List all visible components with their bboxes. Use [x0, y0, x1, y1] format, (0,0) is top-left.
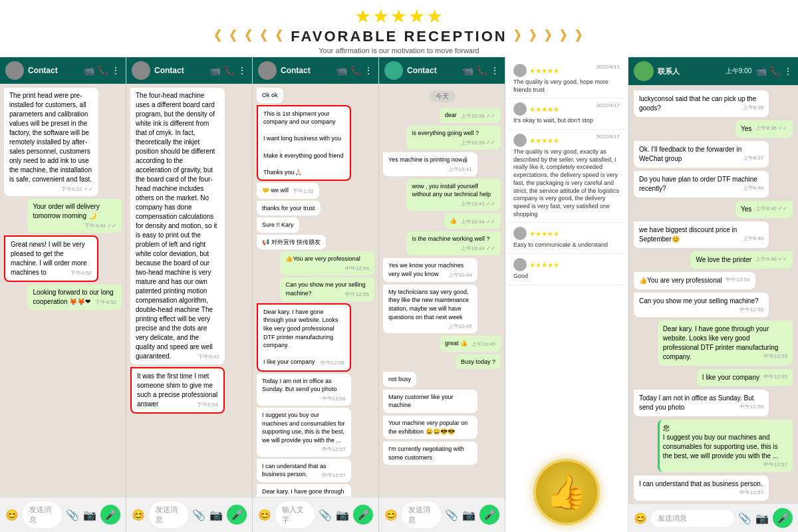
main-title: FAVORABLE RECEPTION [291, 28, 507, 45]
left-arrows: 《《《《《 [207, 27, 284, 45]
middle-chat: Contact 📹 📞 ⋮ 今天 dear上午10:39 ✓✓ is every… [379, 57, 505, 532]
reviewer-avatar-2 [513, 134, 527, 147]
review-text-1: It's okay to wait, but don't stop [513, 117, 620, 125]
mid-msg-13: Your machine very popular on the exhibit… [383, 416, 477, 439]
main-content: Contact 📹 📞 ⋮ The print head were pre-in… [0, 57, 798, 532]
rmsg-9: Can you show me your selling machine?中午1… [634, 293, 769, 317]
review-date-2: 2022/4/17 [596, 134, 620, 140]
rmsg-2: Yes上午8:36 ✓✓ [735, 120, 793, 138]
mic-button-2[interactable]: 🎤 [227, 505, 247, 525]
camera-icon[interactable]: 📷 [83, 509, 96, 521]
chat2-messages: The four-head machine uses a different b… [126, 84, 252, 497]
right-header-icons: 📹 📞 ⋮ [755, 66, 793, 76]
review-item-4: ★★★★★ Good [508, 254, 625, 285]
favorable-title: 《《《《《 FAVORABLE RECEPTION 》》》》》 [0, 27, 798, 45]
mid-msg-6: is the machine working well ?上午10:44 ✓✓ [406, 231, 501, 255]
right-messages: luckyconsol said that he can pick up the… [628, 85, 798, 503]
review-stars-2: ★★★★★ [529, 137, 559, 144]
msg-3-8: Can you show me your selling machine? 中午… [280, 277, 374, 301]
chat3-header: Contact 📹 📞 ⋮ [253, 57, 378, 84]
emoji-icon[interactable]: 😊 [5, 509, 19, 521]
mid-input-bar: 😊 发送消息 📎 📷 🎤 [379, 497, 505, 532]
chat3-input[interactable]: 输入文字 [275, 501, 315, 528]
emoji-icon-2[interactable]: 😊 [132, 509, 145, 521]
attach-icon-3[interactable]: 📎 [319, 509, 332, 521]
rmsg-12: Today I am not in office as Sunday. But … [634, 390, 769, 416]
right-panel: 联系人 上午9:00 📹 📞 ⋮ luckyconsol said that h… [628, 57, 798, 532]
msg-3-9: Dear kary. I have gone through your webs… [257, 303, 351, 372]
review-stars-0: ★★★★★ [529, 67, 559, 74]
middle-messages: 今天 dear上午10:39 ✓✓ is everything going we… [379, 84, 505, 497]
attach-icon-right[interactable]: 📎 [738, 512, 751, 525]
chat1-name: Contact [28, 66, 79, 75]
rmsg-5: Yes上午8:40 ✓✓ [735, 201, 793, 218]
review-stars-1: ★★★★★ [529, 106, 559, 114]
right-input[interactable]: 发送消息 [651, 510, 734, 527]
attach-icon-2[interactable]: 📎 [192, 509, 205, 521]
mid-input[interactable]: 发送消息 [402, 501, 441, 528]
mid-msg-8: My technicians say very good, they like … [383, 285, 477, 334]
msg-1-2: Your order will delivery tomorrow mornin… [27, 199, 122, 233]
avatar-1 [5, 61, 24, 80]
msg-3-5: Sure !! Kary [257, 217, 299, 233]
mid-msg-1: dear上午10:39 ✓✓ [440, 108, 501, 123]
msg-3-10: Today I am not in office as Sunday. But … [257, 374, 351, 406]
mid-msg-3: Yes machine is printing now🖨上午10:41 [383, 152, 477, 176]
rmsg-11: I like your company中午12:55 [697, 369, 793, 386]
mid-msg-5: 👍上午10:44 ✓✓ [444, 213, 501, 229]
review-item-0: ★★★★★ 2022/4/11 The quality is very good… [508, 60, 625, 98]
mic-button-3[interactable]: 🎤 [353, 505, 373, 525]
chat1-input-bar: 😊 发送消息 📎 📷 🎤 [0, 497, 126, 532]
mic-button-right[interactable]: 🎤 [773, 508, 793, 528]
reviewer-avatar-3 [513, 227, 527, 240]
msg-3-3: 🤝 we will 下午1:52 [257, 183, 319, 198]
msg-3-7: 👍You are very professional 中午12:54 [280, 251, 374, 275]
camera-icon-mid[interactable]: 📷 [462, 509, 475, 521]
right-header: 联系人 上午9:00 📹 📞 ⋮ [628, 57, 798, 85]
reviewer-avatar-4 [513, 258, 527, 271]
emoji-icon-mid[interactable]: 😊 [384, 509, 398, 521]
reviews-list: ★★★★★ 2022/4/11 The quality is very good… [505, 57, 628, 288]
msg-3-2: This is 1st shipment your company and ou… [257, 105, 351, 182]
rmsg-3: Ok. I'll feedback to the forwarder in We… [634, 141, 769, 168]
msg-3-11: I suggest you buy our machines and consu… [257, 408, 351, 457]
rmsg-7-love-printer: We love the printer上午8:40 ✓✓ [690, 251, 793, 269]
avatar-3 [258, 61, 277, 80]
chat1-header: Contact 📹 📞 ⋮ [0, 57, 126, 84]
review-text-3: Easy to communicate & understand [513, 241, 620, 249]
mid-msg-10: Busy today ? [456, 354, 501, 370]
today-label: 今天 [429, 90, 456, 102]
rmsg-6: we have biggest discount price in Septem… [634, 221, 769, 248]
thumb-badge: 👍 [533, 459, 600, 525]
camera-icon-right[interactable]: 📷 [755, 512, 769, 525]
attach-icon[interactable]: 📎 [66, 509, 79, 521]
rmsg-8: 👍You are very professional中午12:54 [634, 272, 755, 289]
rmsg-10: Dear kary. I have gone through your webs… [658, 321, 793, 366]
mic-button-mid[interactable]: 🎤 [479, 505, 499, 525]
mid-icons: 📹 📞 ⋮ [462, 65, 499, 76]
mic-button[interactable]: 🎤 [100, 505, 120, 525]
chat3-icons: 📹 📞 ⋮ [336, 65, 373, 76]
avatar-2 [132, 61, 150, 80]
emoji-icon-right[interactable]: 😊 [634, 512, 647, 525]
chat2-input[interactable]: 发送消息 [149, 501, 188, 528]
right-header-time: 上午9:00 [726, 66, 751, 76]
attach-icon-mid[interactable]: 📎 [445, 509, 458, 521]
camera-icon-2[interactable]: 📷 [209, 509, 223, 521]
chat3-input-bar: 😊 输入文字 📎 📷 🎤 [253, 497, 378, 532]
msg-1-4: Looking forward to our long cooperation … [27, 285, 122, 310]
right-time: 上午9:00 [726, 67, 751, 74]
mid-msg-11: not busy [383, 372, 416, 387]
chat1-messages: The print head were pre-installed for cu… [0, 84, 126, 497]
mid-msg-14: I'm currently negotiating with some cust… [383, 442, 477, 465]
msg-3-13: Dear kary. I have gone through your webs… [257, 484, 351, 497]
msg-2-2: It was the first time I met someone shim… [130, 367, 225, 414]
msg-3-6: 📢 对外宣传 快传朋友 [257, 235, 326, 250]
msg-2-1: The four-head machine uses a different b… [130, 88, 225, 364]
subtitle: Your affirmation is our motivation to mo… [0, 47, 798, 55]
camera-icon-3[interactable]: 📷 [336, 509, 349, 521]
emoji-icon-3[interactable]: 😊 [258, 509, 271, 521]
header: ★★★★★ 《《《《《 FAVORABLE RECEPTION 》》》》》 Yo… [0, 0, 798, 57]
middle-chat-header: Contact 📹 📞 ⋮ [379, 57, 505, 84]
chat1-input[interactable]: 发送消息 [23, 501, 62, 528]
